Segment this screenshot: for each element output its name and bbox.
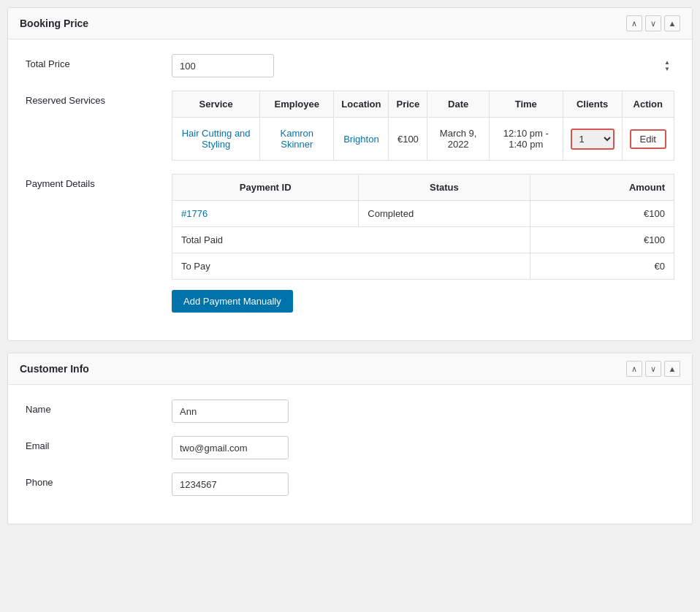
total-price-input-wrapper: ▲ ▼ [172, 54, 674, 77]
name-field [172, 399, 674, 423]
email-row: Email [26, 436, 674, 459]
to-pay-value-cell: €0 [530, 253, 674, 280]
total-price-spin-up[interactable]: ▲ [663, 60, 672, 66]
customer-info-controls: ∧ ∨ ▲ [626, 361, 680, 377]
total-price-spin-down[interactable]: ▼ [663, 66, 672, 72]
table-row: Hair Cutting and Styling Kamron Skinner … [172, 118, 674, 161]
customer-info-collapse-btn[interactable]: ▲ [664, 361, 680, 377]
payment-details-row: Payment Details Payment ID Status Amount [26, 174, 674, 313]
payment-id-link[interactable]: #1776 [181, 208, 208, 219]
to-pay-label-cell: To Pay [172, 253, 530, 280]
booking-price-content: Total Price ▲ ▼ Reserved Services S [8, 39, 692, 340]
col-header-action: Action [622, 91, 674, 118]
payment-row: #1776 Completed €100 [172, 201, 674, 227]
booking-price-up-btn[interactable]: ∧ [626, 15, 642, 31]
service-link[interactable]: Hair Cutting and Styling [182, 128, 251, 150]
phone-input[interactable] [172, 473, 289, 496]
email-input[interactable] [172, 436, 289, 459]
cell-time: 12:10 pm - 1:40 pm [489, 118, 563, 161]
to-pay-row: To Pay €0 [172, 253, 674, 280]
reserved-services-label: Reserved Services [26, 91, 172, 106]
customer-info-down-btn[interactable]: ∨ [645, 361, 661, 377]
cell-clients: 1 2 3 [563, 118, 622, 161]
total-price-label: Total Price [26, 54, 172, 69]
phone-label: Phone [26, 473, 172, 488]
services-table-header-row: Service Employee Location Price Date Tim… [172, 91, 674, 118]
phone-row: Phone [26, 473, 674, 496]
location-link[interactable]: Brighton [343, 134, 378, 145]
payment-amount-cell: €100 [530, 201, 674, 227]
col-header-clients: Clients [563, 91, 622, 118]
customer-info-content: Name Email Phone [8, 385, 692, 524]
total-price-row: Total Price ▲ ▼ [26, 54, 674, 77]
name-input[interactable] [172, 399, 289, 423]
services-table: Service Employee Location Price Date Tim… [172, 91, 674, 161]
payment-table-header-row: Payment ID Status Amount [172, 175, 674, 201]
total-price-input[interactable] [172, 54, 274, 77]
reserved-services-row: Reserved Services Service Employee Locat… [26, 91, 674, 161]
cell-employee: Kamron Skinner [260, 118, 334, 161]
booking-price-down-btn[interactable]: ∨ [645, 15, 661, 31]
col-header-employee: Employee [260, 91, 334, 118]
col-header-date: Date [427, 91, 490, 118]
total-paid-row: Total Paid €100 [172, 227, 674, 253]
col-header-time: Time [489, 91, 563, 118]
cell-date: March 9, 2022 [427, 118, 490, 161]
booking-price-panel: Booking Price ∧ ∨ ▲ Total Price ▲ ▼ Re [7, 7, 693, 341]
email-label: Email [26, 436, 172, 451]
cell-service: Hair Cutting and Styling [172, 118, 260, 161]
payment-details-label: Payment Details [26, 174, 172, 189]
name-label: Name [26, 399, 172, 415]
payment-col-amount: Amount [530, 175, 674, 201]
booking-price-controls: ∧ ∨ ▲ [626, 15, 680, 31]
total-price-field: ▲ ▼ [172, 54, 674, 77]
phone-field [172, 473, 674, 496]
edit-button[interactable]: Edit [630, 129, 666, 149]
booking-price-title: Booking Price [20, 18, 88, 29]
cell-location: Brighton [334, 118, 389, 161]
total-price-spinners: ▲ ▼ [663, 60, 672, 72]
add-payment-button[interactable]: Add Payment Manually [172, 290, 293, 313]
payment-details-field: Payment ID Status Amount #1776 Completed… [172, 174, 674, 313]
email-field [172, 436, 674, 459]
col-header-location: Location [334, 91, 389, 118]
payment-col-status: Status [359, 175, 530, 201]
cell-action: Edit [622, 118, 674, 161]
booking-price-collapse-btn[interactable]: ▲ [664, 15, 680, 31]
payment-id-cell: #1776 [172, 201, 359, 227]
booking-price-header: Booking Price ∧ ∨ ▲ [8, 8, 692, 39]
customer-info-up-btn[interactable]: ∧ [626, 361, 642, 377]
customer-info-title: Customer Info [20, 363, 89, 375]
total-paid-value-cell: €100 [530, 227, 674, 253]
payment-status-cell: Completed [359, 201, 530, 227]
col-header-service: Service [172, 91, 260, 118]
customer-info-panel: Customer Info ∧ ∨ ▲ Name Email Phone [7, 353, 693, 524]
col-header-price: Price [389, 91, 427, 118]
customer-info-header: Customer Info ∧ ∨ ▲ [8, 353, 692, 385]
employee-link[interactable]: Kamron Skinner [281, 128, 314, 150]
payment-table: Payment ID Status Amount #1776 Completed… [172, 174, 674, 280]
name-row: Name [26, 399, 674, 423]
payment-col-id: Payment ID [172, 175, 359, 201]
clients-select-wrapper: 1 2 3 [571, 129, 615, 150]
total-paid-label-cell: Total Paid [172, 227, 530, 253]
clients-select[interactable]: 1 2 3 [571, 129, 615, 150]
cell-price: €100 [389, 118, 427, 161]
reserved-services-field: Service Employee Location Price Date Tim… [172, 91, 674, 161]
